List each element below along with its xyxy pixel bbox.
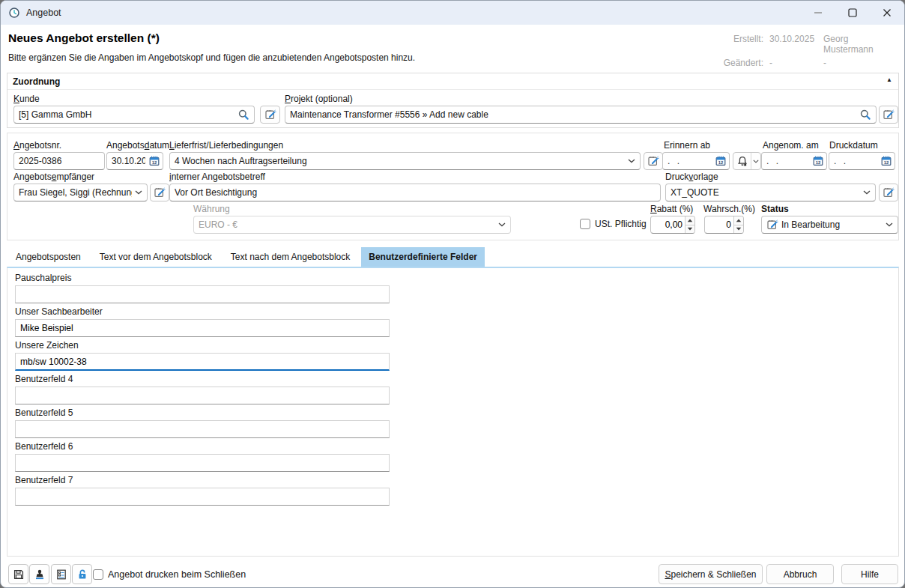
- edit-icon: [883, 187, 895, 198]
- help-button[interactable]: Hilfe: [841, 564, 898, 584]
- druckvorlage-label: Druckvorlage: [665, 172, 718, 182]
- rabatt-step-down[interactable]: [685, 225, 694, 234]
- druckvorlage-edit-button[interactable]: [879, 184, 898, 201]
- titlebar: Angebot: [1, 1, 904, 25]
- edit-icon: [647, 155, 659, 167]
- benutzerfeld7-value[interactable]: [20, 491, 384, 502]
- tab-benutzerdefinierte-felder[interactable]: Benutzerdefinierte Felder: [361, 247, 485, 267]
- save-and-close-button[interactable]: Speichern & Schließen: [659, 564, 763, 584]
- pauschalpreis-input[interactable]: [15, 285, 390, 303]
- clock-app-icon: [8, 7, 20, 19]
- modified-user: -: [823, 58, 895, 68]
- benutzerfeld4-label: Benutzerfeld 4: [15, 374, 73, 384]
- angenom-am-label: Angenom. am: [763, 140, 819, 151]
- collapse-section-button[interactable]: ▲: [886, 76, 892, 83]
- reminder-bell-button[interactable]: [733, 152, 761, 170]
- erinnern-ab-value: . .: [668, 156, 682, 166]
- save-toolbar-button[interactable]: [8, 564, 28, 584]
- benutzerfeld4-value[interactable]: [20, 390, 384, 401]
- stamp-toolbar-button[interactable]: [29, 564, 49, 584]
- lieferfrist-combobox[interactable]: 4 Wochen nach Auftragserteilung: [169, 152, 641, 170]
- window-title: Angebot: [26, 1, 61, 25]
- angebotsnr-label: Angebotsnr.: [13, 140, 61, 151]
- edit-icon: [883, 109, 895, 121]
- unlock-icon: [76, 569, 88, 581]
- minimize-button[interactable]: [801, 1, 835, 25]
- projekt-input[interactable]: [285, 106, 877, 124]
- benutzerfeld4-input[interactable]: [15, 387, 390, 404]
- wahrsch-spinner[interactable]: 0: [704, 216, 744, 234]
- calendar-icon[interactable]: [880, 155, 892, 167]
- kunde-value[interactable]: [19, 109, 234, 120]
- erinnern-ab-input[interactable]: . .: [662, 152, 730, 170]
- status-value: In Bearbeitung: [781, 219, 840, 230]
- betreff-value[interactable]: [175, 187, 656, 198]
- wahrsch-step-down[interactable]: [734, 225, 743, 234]
- sachbearbeiter-input[interactable]: [15, 319, 390, 337]
- waehrung-value: EURO - €: [199, 219, 237, 230]
- angebotsnr-value[interactable]: [19, 156, 100, 166]
- wahrsch-step-up[interactable]: [734, 216, 743, 225]
- page-subtitle: Bitte ergänzen Sie die Angaben im Angebo…: [8, 52, 415, 63]
- maximize-button[interactable]: [835, 1, 870, 25]
- waehrung-label: Währung: [193, 204, 230, 214]
- modified-label: Geändert:: [724, 58, 763, 68]
- pauschalpreis-value[interactable]: [20, 289, 384, 300]
- calendar-icon[interactable]: [812, 155, 824, 167]
- druckdatum-label: Druckdatum: [829, 140, 878, 151]
- tab-angebotsposten[interactable]: Angebotsposten: [8, 247, 88, 267]
- benutzerfeld5-value[interactable]: [20, 424, 384, 434]
- report-toolbar-button[interactable]: [51, 564, 71, 584]
- maximize-icon: [848, 8, 857, 17]
- unsere-zeichen-value[interactable]: [20, 357, 384, 367]
- benutzerfeld6-value[interactable]: [20, 458, 384, 468]
- projekt-edit-button[interactable]: [879, 106, 898, 124]
- sachbearbeiter-label: Unser Sachbearbeiter: [15, 306, 103, 317]
- calendar-icon[interactable]: [715, 155, 727, 167]
- rabatt-spinner[interactable]: 0,00: [650, 216, 695, 234]
- print-on-close-checkbox[interactable]: [93, 569, 103, 580]
- rabatt-step-up[interactable]: [685, 216, 694, 225]
- save-icon: [13, 569, 25, 581]
- kunde-edit-button[interactable]: [260, 106, 280, 124]
- unlock-toolbar-button[interactable]: [72, 564, 92, 584]
- search-icon[interactable]: [237, 109, 249, 121]
- calendar-icon[interactable]: [148, 155, 160, 167]
- modified-date: -: [769, 58, 817, 68]
- ust-pflichtig-checkbox[interactable]: [580, 219, 590, 229]
- angebot-window: Angebot Neues Angebot erstellen (*) Bitt…: [0, 0, 905, 588]
- cancel-button[interactable]: Abbruch: [766, 564, 834, 584]
- tab-text-nach-angebotsblock[interactable]: Text nach dem Angebotsblock: [223, 247, 357, 267]
- edit-icon: [154, 187, 166, 198]
- druckdatum-input[interactable]: . .: [829, 152, 895, 170]
- benutzerfeld5-input[interactable]: [15, 420, 390, 438]
- benutzerfeld7-input[interactable]: [15, 488, 390, 506]
- empfaenger-edit-button[interactable]: [150, 184, 169, 201]
- druckvorlage-combobox[interactable]: XT_QUOTE: [665, 184, 876, 201]
- angebotsnr-input[interactable]: [13, 152, 105, 170]
- angenom-am-input[interactable]: . .: [761, 152, 827, 170]
- lieferfrist-edit-button[interactable]: [644, 152, 663, 170]
- search-icon[interactable]: [859, 109, 871, 121]
- created-date: 30.10.2025: [769, 34, 817, 55]
- status-combobox[interactable]: In Bearbeitung: [761, 216, 898, 234]
- empfaenger-combobox[interactable]: Frau Siegel, Siggi (Rechnungsadres: [13, 184, 148, 201]
- kunde-input[interactable]: [13, 106, 255, 124]
- zuordnung-section: Zuordnung ▲ Kunde Projekt (optional): [7, 73, 899, 128]
- sachbearbeiter-value[interactable]: [20, 323, 384, 333]
- angebotsdatum-value[interactable]: [112, 156, 145, 166]
- unsere-zeichen-input[interactable]: [15, 353, 390, 371]
- projekt-value[interactable]: [290, 109, 856, 120]
- close-button[interactable]: [870, 1, 904, 25]
- arrow-up-icon: [687, 219, 693, 222]
- chevron-down-icon: [498, 222, 506, 227]
- benutzerfeld6-input[interactable]: [15, 454, 390, 472]
- betreff-input[interactable]: [169, 184, 661, 201]
- tab-text-vor-angebotsblock[interactable]: Text vor dem Angebotsblock: [92, 247, 220, 267]
- zuordnung-title: Zuordnung: [13, 76, 60, 87]
- stamp-icon: [34, 569, 46, 581]
- empfaenger-label: Angebotsempfänger: [13, 172, 94, 182]
- reminder-dropdown-button[interactable]: [751, 153, 760, 169]
- angebotsdatum-input[interactable]: [106, 152, 163, 170]
- tab-bar: Angebotsposten Text vor dem Angebotsbloc…: [8, 247, 488, 267]
